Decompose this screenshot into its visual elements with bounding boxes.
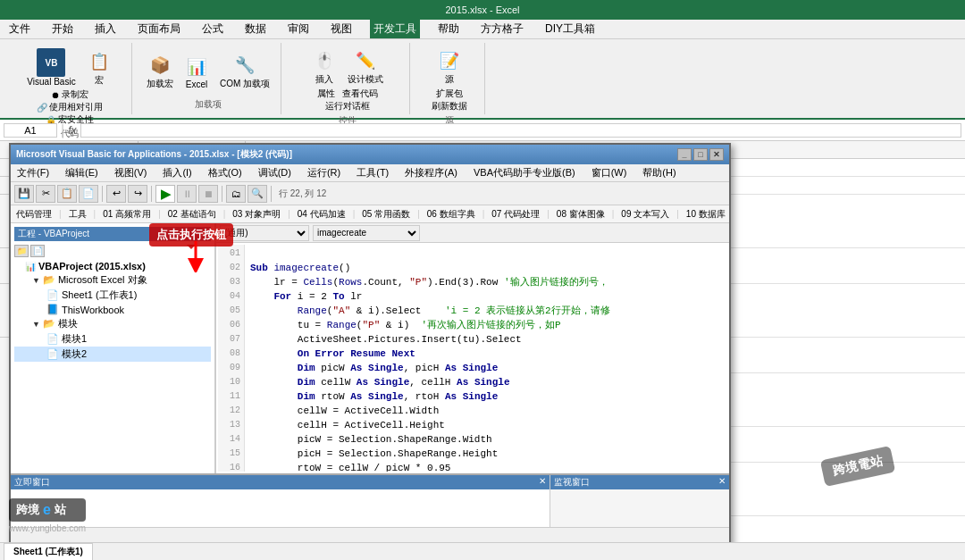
ribbon-row-3: 🔗使用相对引用	[37, 101, 103, 113]
submenu-08[interactable]: 08 窗体图像	[555, 208, 607, 221]
project-title-text: 工程 - VBAProject	[18, 228, 89, 240]
module1-icon: 📄	[46, 333, 59, 345]
formula-input[interactable]	[80, 123, 962, 138]
ribbon-addins-row: 📦 加载宏 📊 Excel 🔧 COM 加载项	[143, 46, 273, 96]
menu-fanfan[interactable]: 方方格子	[477, 20, 527, 38]
vba-save-btn[interactable]: 💾	[14, 185, 34, 203]
excel-addin-btn[interactable]: 📊 Excel	[180, 53, 213, 91]
submenu-10[interactable]: 10 数据库	[684, 208, 727, 221]
vba-menu-file[interactable]: 文件(F)	[14, 165, 52, 180]
vba-paste-btn[interactable]: 📄	[79, 185, 98, 203]
tree-module1[interactable]: 📄 模块1	[14, 331, 211, 347]
com-addin-btn[interactable]: 🔧 COM 加载项	[216, 51, 273, 92]
vba-restore-btn[interactable]: □	[693, 148, 708, 161]
ln-14: 14	[218, 432, 240, 447]
watch-close[interactable]: ✕	[718, 476, 726, 489]
design-mode-btn[interactable]: ✏️ 设计模式	[344, 46, 387, 88]
menu-formula[interactable]: 公式	[198, 20, 227, 38]
submenu-02[interactable]: 02 基础语句	[166, 208, 218, 221]
vba-menu-run[interactable]: 运行(R)	[305, 165, 343, 180]
tree-excel-obj[interactable]: ▼ 📂 Microsoft Excel 对象	[14, 272, 211, 288]
tree-workbook[interactable]: 📘 ThisWorkbook	[14, 303, 211, 316]
vba-menu-debug[interactable]: 调试(D)	[256, 165, 294, 180]
tree-sheet1[interactable]: 📄 Sheet1 (工作表1)	[14, 288, 211, 303]
tree-modules[interactable]: ▼ 📂 模块	[14, 316, 211, 331]
macro-btn[interactable]: 📋 宏	[83, 47, 115, 88]
design-icon: ✏️	[353, 48, 378, 73]
vba-menu-window[interactable]: 窗口(W)	[589, 165, 630, 180]
submenu-code-mgr[interactable]: 代码管理	[14, 208, 54, 221]
submenu-09[interactable]: 09 文本写入	[619, 208, 671, 221]
vba-break-btn[interactable]: ⏸	[177, 185, 197, 203]
vba-redo-btn[interactable]: ↪	[128, 185, 147, 203]
menu-view[interactable]: 视图	[327, 20, 356, 38]
vba-menu-tools[interactable]: 工具(T)	[354, 165, 391, 180]
vba-run-btn[interactable]: ▶	[155, 185, 175, 203]
menu-layout[interactable]: 页面布局	[134, 20, 184, 38]
add-macro-btn[interactable]: 📦 加载宏	[143, 51, 177, 92]
menu-file[interactable]: 文件	[5, 20, 34, 38]
vba-reset-btn[interactable]: ⏹	[198, 185, 218, 203]
vba-menu-format[interactable]: 格式(O)	[206, 165, 245, 180]
proc-select[interactable]: imagecreate	[313, 225, 420, 241]
submenu-03[interactable]: 03 对象声明	[231, 208, 282, 221]
submenu-06[interactable]: 06 数组字典	[425, 208, 477, 221]
proj-btn2[interactable]: 📄	[30, 245, 45, 257]
watermark: 跨境 e 站 www.yunglobe.com	[9, 498, 86, 533]
watermark2-text: 跨境電站	[832, 453, 884, 477]
add-macro-icon: 📦	[147, 53, 172, 78]
cell-reference[interactable]	[4, 123, 57, 138]
code-line-09: Dim picW As Single, picH As Single	[250, 361, 722, 375]
menu-help[interactable]: 帮助	[434, 20, 463, 38]
submenu-07[interactable]: 07 代码处理	[490, 208, 541, 221]
vba-copy-btn[interactable]: 📋	[57, 185, 77, 203]
vba-objbr-btn[interactable]: 🔍	[248, 185, 267, 203]
menu-home[interactable]: 开始	[48, 20, 77, 38]
vba-projexp-btn[interactable]: 🗂	[226, 185, 246, 203]
run-dialog-btn[interactable]: 运行对话框	[325, 100, 370, 113]
properties-btn[interactable]: 属性	[317, 88, 335, 100]
proj-btn1[interactable]: 📁	[14, 245, 29, 257]
vba-menu-view[interactable]: 视图(V)	[112, 165, 150, 180]
sheet-tab-sheet1[interactable]: Sheet1 (工作表1)	[4, 543, 93, 560]
submenu-04[interactable]: 04 代码加速	[296, 208, 348, 221]
excel-title-text: 2015.xlsx - Excel	[445, 4, 519, 15]
menu-review[interactable]: 审阅	[284, 20, 313, 38]
view-code-btn[interactable]: 查看代码	[342, 88, 378, 100]
vba-statusbar	[11, 527, 729, 542]
source-btn[interactable]: 📝 源	[433, 46, 466, 88]
submenu-tools[interactable]: 工具	[67, 208, 88, 221]
code-line-11: Dim rtoW As Single, rtoH As Single	[250, 389, 722, 404]
code-line-05: Range("A" & i).Select 'i = 2 表示链接从第2行开始，…	[250, 304, 722, 318]
tree-root[interactable]: 📊 VBAProject (2015.xlsx)	[14, 260, 211, 272]
relative-ref-btn[interactable]: 🔗使用相对引用	[37, 101, 103, 113]
vba-menu-insert[interactable]: 插入(I)	[160, 165, 194, 180]
vba-editor-header: (通用) imagecreate	[216, 223, 729, 243]
vba-menu-edit[interactable]: 编辑(E)	[63, 165, 101, 180]
insert-control-btn[interactable]: 🖱️ 插入	[308, 46, 340, 88]
visual-basic-btn[interactable]: VB Visual Basic	[23, 46, 79, 88]
tree-module2[interactable]: 📄 模块2	[14, 347, 211, 362]
submenu-05[interactable]: 05 常用函数	[360, 208, 412, 221]
code-content[interactable]: Sub imagecreate() lr = Cells(Rows.Count,…	[245, 245, 727, 472]
record-macro-btn[interactable]: ⏺录制宏	[51, 88, 88, 101]
vba-title-text: Microsoft Visual Basic for Applications …	[16, 148, 292, 161]
module-select[interactable]: (通用)	[220, 225, 309, 241]
vba-watch-window: 监视窗口 ✕	[550, 475, 729, 527]
menu-diy[interactable]: DIY工具箱	[541, 20, 599, 38]
vba-menu-addins[interactable]: 外接程序(A)	[402, 165, 460, 180]
immediate-body[interactable]	[11, 489, 550, 525]
vba-cut-btn[interactable]: ✂	[36, 185, 55, 203]
immediate-close[interactable]: ✕	[539, 476, 546, 489]
menu-dev[interactable]: 开发工具	[370, 20, 420, 38]
vba-minimize-btn[interactable]: _	[677, 148, 692, 161]
vba-undo-btn[interactable]: ↩	[106, 185, 126, 203]
vba-menu-help[interactable]: 帮助(H)	[640, 165, 678, 180]
vba-close-btn[interactable]: ✕	[709, 148, 724, 161]
menu-data[interactable]: 数据	[241, 20, 270, 38]
submenu-01[interactable]: 01 高频常用	[101, 208, 153, 221]
refresh-data-btn[interactable]: 刷新数据	[432, 100, 467, 113]
menu-insert[interactable]: 插入	[91, 20, 120, 38]
expand-btn[interactable]: 扩展包	[436, 88, 463, 100]
vba-menu-vbahelper[interactable]: VBA代码助手专业版(B)	[471, 165, 578, 180]
